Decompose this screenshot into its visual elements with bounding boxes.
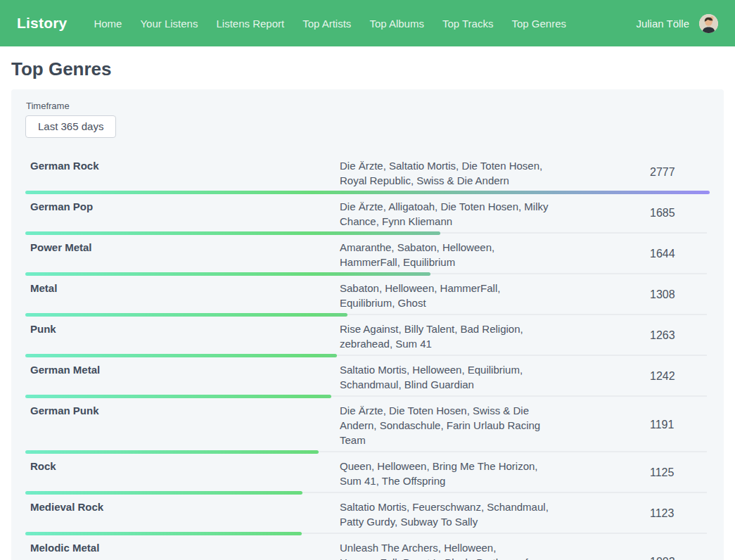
- progress-bar-fill: [25, 191, 710, 194]
- genre-progress-bar: [25, 231, 710, 235]
- genre-name: Power Metal: [25, 238, 340, 255]
- top-genres-card: Timeframe Last 365 days German Rock Die …: [11, 89, 724, 560]
- genre-listen-count: 1002: [650, 556, 710, 560]
- genre-name: German Metal: [25, 361, 340, 377]
- progress-bar-fill: [25, 272, 430, 276]
- genre-name: Medieval Rock: [25, 498, 340, 514]
- nav-link-top-tracks[interactable]: Top Tracks: [442, 18, 494, 30]
- nav-links: HomeYour ListensListens ReportTop Artist…: [94, 18, 566, 30]
- user-name: Julian Tölle: [636, 18, 689, 30]
- genre-listen-count: 1125: [650, 466, 710, 479]
- genre-row: Melodic Metal Unleash The Archers, Hello…: [25, 535, 710, 560]
- genre-top-artists: Amaranthe, Sabaton, Helloween, HammerFal…: [340, 238, 554, 269]
- progress-bar-fill: [25, 395, 331, 398]
- genre-name: Punk: [25, 320, 340, 336]
- genre-top-artists: Sabaton, Helloween, HammerFall, Equilibr…: [340, 279, 554, 310]
- genre-top-artists: Queen, Helloween, Bring Me The Horizon, …: [340, 457, 554, 488]
- genre-name: German Punk: [25, 402, 340, 418]
- genre-listen-count: 2777: [650, 166, 710, 179]
- genre-top-artists: Unleash The Archers, Helloween, HammerFa…: [340, 539, 554, 560]
- genre-row: Medieval Rock Saltatio Mortis, Feuerschw…: [25, 495, 710, 535]
- brand-logo[interactable]: Listory: [17, 15, 67, 32]
- genre-listen-count: 1308: [650, 288, 710, 301]
- genre-progress-bar: [25, 532, 710, 535]
- genre-progress-bar: [25, 313, 710, 317]
- genre-name: German Pop: [25, 198, 340, 214]
- genre-progress-bar: [25, 491, 710, 495]
- genre-top-artists: Die Ärzte, Alligatoah, Die Toten Hosen, …: [340, 198, 554, 229]
- genre-listen-count: 1685: [650, 207, 710, 219]
- nav-link-top-artists[interactable]: Top Artists: [302, 18, 351, 30]
- user-avatar-image[interactable]: [699, 14, 718, 33]
- genre-progress-bar: [25, 450, 710, 454]
- genre-top-artists: Rise Against, Billy Talent, Bad Religion…: [340, 320, 554, 351]
- genre-name: German Rock: [25, 157, 340, 173]
- genre-name: Metal: [25, 279, 340, 295]
- navbar: Listory HomeYour ListensListens ReportTo…: [0, 0, 735, 46]
- progress-bar-fill: [25, 532, 302, 535]
- genre-top-artists: Saltatio Mortis, Helloween, Equilibrium,…: [340, 361, 554, 392]
- genre-name: Melodic Metal: [25, 539, 340, 555]
- main-content: Top Genres Timeframe Last 365 days Germa…: [0, 58, 735, 560]
- genre-list: German Rock Die Ärzte, Saltatio Mortis, …: [25, 153, 710, 560]
- genre-row: Metal Sabaton, Helloween, HammerFall, Eq…: [25, 276, 710, 317]
- genre-progress-bar: [25, 272, 710, 276]
- genre-row: German Rock Die Ärzte, Saltatio Mortis, …: [25, 153, 710, 194]
- nav-link-listens-report[interactable]: Listens Report: [216, 18, 284, 30]
- nav-link-your-listens[interactable]: Your Listens: [140, 18, 198, 30]
- user-menu: Julian Tölle: [636, 14, 718, 33]
- genre-top-artists: Die Ärzte, Die Toten Hosen, Swiss & Die …: [340, 402, 554, 447]
- genre-row: German Pop Die Ärzte, Alligatoah, Die To…: [25, 194, 710, 235]
- genre-listen-count: 1123: [650, 507, 710, 520]
- nav-link-top-albums[interactable]: Top Albums: [369, 18, 424, 30]
- genre-top-artists: Die Ärzte, Saltatio Mortis, Die Toten Ho…: [340, 157, 554, 188]
- progress-bar-fill: [25, 231, 440, 235]
- genre-row: Punk Rise Against, Billy Talent, Bad Rel…: [25, 317, 710, 357]
- genre-row: German Punk Die Ärzte, Die Toten Hosen, …: [25, 398, 710, 454]
- timeframe-label: Timeframe: [26, 101, 710, 111]
- progress-bar-fill: [25, 354, 337, 357]
- genre-row: Rock Queen, Helloween, Bring Me The Hori…: [25, 454, 710, 495]
- genre-progress-bar: [25, 191, 710, 194]
- nav-link-top-genres[interactable]: Top Genres: [511, 18, 566, 30]
- genre-name: Rock: [25, 457, 340, 473]
- genre-listen-count: 1191: [650, 419, 710, 431]
- user-photo-icon: [699, 14, 718, 33]
- genre-row: German Metal Saltatio Mortis, Helloween,…: [25, 357, 710, 398]
- genre-row: Power Metal Amaranthe, Sabaton, Hellowee…: [25, 235, 710, 276]
- timeframe-select-button[interactable]: Last 365 days: [25, 115, 116, 138]
- page-title: Top Genres: [11, 58, 724, 80]
- progress-bar-fill: [25, 313, 347, 317]
- genre-progress-bar: [25, 354, 710, 357]
- genre-progress-bar: [25, 395, 710, 398]
- progress-bar-fill: [25, 491, 302, 495]
- progress-bar-fill: [25, 450, 319, 454]
- genre-listen-count: 1644: [650, 248, 710, 260]
- nav-link-home[interactable]: Home: [94, 18, 122, 30]
- genre-listen-count: 1242: [650, 370, 710, 383]
- genre-top-artists: Saltatio Mortis, Feuerschwanz, Schandmau…: [340, 498, 554, 529]
- genre-listen-count: 1263: [650, 329, 710, 342]
